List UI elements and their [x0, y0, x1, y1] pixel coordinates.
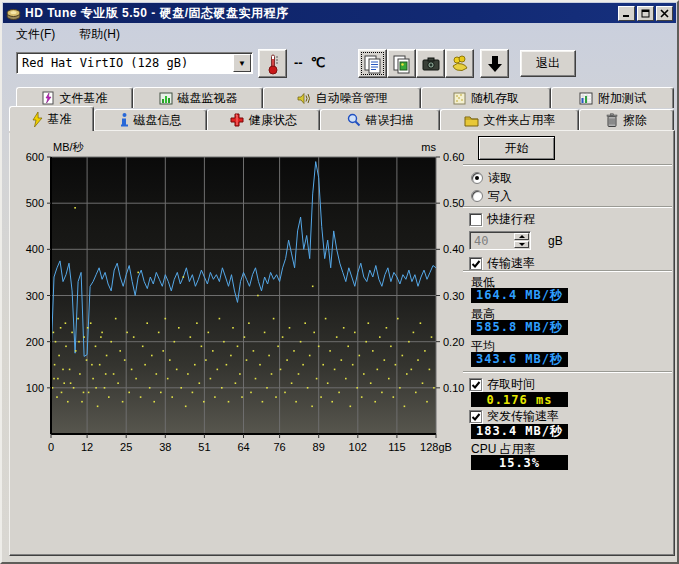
tab-disk-monitor[interactable]: 磁盘监视器 — [133, 87, 263, 108]
access-time-label: 存取时间 — [487, 376, 535, 393]
copy-image-icon — [392, 54, 412, 74]
drive-select-value: Red Hat VirtIO (128 gB) — [17, 56, 233, 70]
burst-rate-value: 183.4 MB/秒 — [471, 424, 568, 439]
svg-text:0.10: 0.10 — [443, 382, 464, 394]
exit-button-label: 退出 — [536, 55, 560, 72]
aam-icon — [297, 92, 311, 105]
maximize-icon — [641, 9, 650, 18]
tab-folder-usage[interactable]: 文件夹占用率 — [440, 109, 579, 130]
error-scan-icon — [347, 113, 361, 127]
copy-image-button[interactable] — [387, 49, 416, 78]
file-benchmark-icon — [42, 91, 55, 105]
tab-disk-info[interactable]: 磁盘信息 — [94, 109, 207, 130]
svg-text:0.60: 0.60 — [443, 151, 464, 163]
svg-text:76: 76 — [273, 441, 285, 453]
tab-random-access[interactable]: 随机存取 — [421, 87, 551, 108]
cpu-usage-value: 15.3% — [471, 455, 568, 470]
svg-text:12: 12 — [81, 441, 93, 453]
maximize-button[interactable] — [637, 6, 654, 21]
disk-monitor-icon — [159, 92, 173, 105]
tab-label: 错误扫描 — [366, 112, 414, 129]
screenshot-button[interactable] — [416, 49, 445, 78]
svg-text:25: 25 — [120, 441, 132, 453]
burst-rate-checkbox[interactable] — [469, 410, 482, 423]
short-stroke-label: 快捷行程 — [487, 211, 535, 228]
svg-text:89: 89 — [313, 441, 325, 453]
menu-help[interactable]: 帮助(H) — [75, 25, 124, 44]
menu-file[interactable]: 文件(F) — [12, 25, 59, 44]
thermometer-icon — [267, 53, 279, 75]
health-icon — [230, 113, 244, 127]
temperature-value: -- — [294, 55, 303, 70]
spinner-down-button[interactable] — [514, 241, 529, 248]
minimum-value: 164.4 MB/秒 — [471, 288, 568, 303]
read-option-row: 读取 — [471, 171, 512, 185]
tab-erase[interactable]: 擦除 — [579, 109, 674, 130]
tab-file-benchmark[interactable]: 文件基准 — [16, 87, 133, 108]
app-window: HD Tune 专业版 5.50 - 硬盘/固态硬盘实用程序 文件(F) 帮助(… — [0, 0, 679, 564]
read-radio[interactable] — [471, 172, 483, 184]
disk-info-icon — [120, 113, 129, 127]
svg-text:500: 500 — [26, 197, 44, 209]
read-radio-label: 读取 — [488, 170, 512, 187]
svg-text:400: 400 — [26, 243, 44, 255]
svg-text:ms: ms — [421, 141, 436, 153]
svg-text:0.30: 0.30 — [443, 290, 464, 302]
tab-label: 基准 — [48, 111, 72, 128]
tab-label: 附加测试 — [598, 90, 646, 107]
write-radio[interactable] — [471, 190, 483, 202]
menubar: 文件(F) 帮助(H) — [5, 25, 674, 44]
tab-label: 文件基准 — [60, 90, 108, 107]
start-button[interactable]: 开始 — [478, 136, 555, 160]
copy-icon — [363, 54, 383, 74]
folder-usage-icon — [464, 114, 479, 127]
separator — [463, 206, 672, 208]
temperature-unit: ℃ — [311, 55, 326, 70]
benchmark-tab-panel: 012253851647689102115128gB10020030040050… — [9, 130, 675, 556]
app-icon — [6, 6, 21, 21]
spinner-up-button[interactable] — [514, 233, 529, 240]
donate-button[interactable] — [445, 49, 474, 78]
tab-health[interactable]: 健康状态 — [207, 109, 320, 130]
svg-text:38: 38 — [159, 441, 171, 453]
burst-rate-label: 突发传输速率 — [487, 408, 559, 425]
tab-benchmark[interactable]: 基准 — [9, 106, 94, 131]
svg-text:0: 0 — [48, 441, 54, 453]
write-option-row: 写入 — [471, 189, 512, 203]
tab-label: 健康状态 — [249, 112, 297, 129]
short-stroke-row: 快捷行程 — [469, 212, 535, 226]
minimize-button[interactable] — [618, 6, 635, 21]
access-time-checkbox[interactable] — [469, 378, 482, 391]
separator — [463, 164, 672, 166]
minimize-icon — [622, 9, 631, 18]
svg-text:128gB: 128gB — [420, 441, 452, 453]
svg-text:64: 64 — [237, 441, 249, 453]
tab-error-scan[interactable]: 错误扫描 — [320, 109, 440, 130]
benchmark-icon — [32, 112, 43, 127]
tab-extra-tests[interactable]: 附加测试 — [551, 87, 674, 108]
temperature-button[interactable] — [258, 49, 287, 78]
svg-text:100: 100 — [26, 382, 44, 394]
drive-select[interactable]: Red Hat VirtIO (128 gB) ▼ — [16, 52, 253, 74]
random-access-icon — [453, 92, 466, 105]
svg-text:0.50: 0.50 — [443, 197, 464, 209]
transfer-rate-row: 传输速率 — [469, 256, 535, 270]
window-title: HD Tune 专业版 5.50 - 硬盘/固态硬盘实用程序 — [25, 5, 288, 22]
transfer-rate-checkbox[interactable] — [469, 257, 482, 270]
close-button[interactable] — [656, 6, 673, 21]
tab-label: 文件夹占用率 — [484, 112, 556, 129]
copy-to-clipboard-button[interactable] — [358, 49, 387, 78]
tab-auto-acoustic[interactable]: 自动噪音管理 — [263, 87, 421, 108]
benchmark-chart: 012253851647689102115128gB10020030040050… — [11, 132, 466, 464]
titlebar[interactable]: HD Tune 专业版 5.50 - 硬盘/固态硬盘实用程序 — [3, 3, 676, 23]
close-icon — [660, 9, 669, 18]
tab-label: 磁盘监视器 — [178, 90, 238, 107]
separator — [463, 270, 672, 272]
exit-button[interactable]: 退出 — [520, 50, 576, 77]
average-value: 343.6 MB/秒 — [471, 352, 568, 367]
chevron-down-icon[interactable]: ▼ — [233, 54, 251, 72]
save-results-button[interactable] — [480, 49, 509, 78]
svg-text:0.20: 0.20 — [443, 336, 464, 348]
short-stroke-checkbox[interactable] — [469, 213, 482, 226]
short-stroke-spinner[interactable]: 40 — [469, 231, 531, 250]
